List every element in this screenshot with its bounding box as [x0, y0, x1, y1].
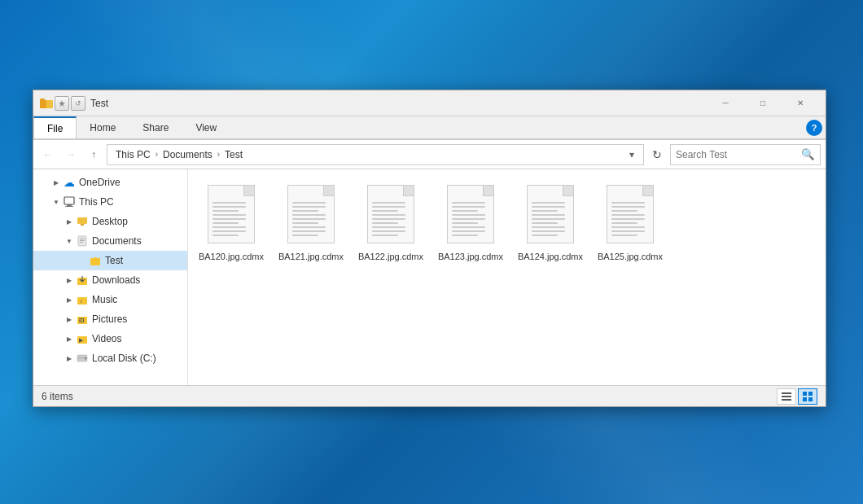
file-name: BA123.jpg.cdmx	[438, 251, 503, 262]
up-button[interactable]: ↑	[84, 145, 103, 164]
expand-arrow-videos	[63, 332, 76, 345]
svg-rect-27	[803, 392, 807, 396]
svg-marker-3	[59, 100, 65, 107]
videos-icon: ▶	[76, 332, 89, 345]
pictures-icon: 🖼	[76, 313, 89, 326]
document-icon	[208, 185, 255, 243]
sidebar-label-this-pc: This PC	[79, 196, 114, 208]
svg-rect-26	[782, 399, 791, 401]
back-button[interactable]: ←	[38, 145, 58, 164]
svg-rect-28	[808, 392, 813, 396]
close-button[interactable]: ✕	[782, 90, 819, 116]
svg-rect-29	[803, 397, 807, 401]
sidebar-label-onedrive: OneDrive	[79, 177, 120, 188]
downloads-icon	[76, 274, 89, 287]
file-name: BA120.jpg.cdmx	[199, 251, 264, 262]
sidebar-item-pictures[interactable]: 🖼 Pictures	[33, 309, 187, 329]
window-controls: ─ □ ✕	[707, 90, 819, 116]
address-path[interactable]: This PC › Documents › Test ▾	[107, 144, 644, 165]
sidebar-item-downloads[interactable]: Downloads	[33, 270, 187, 290]
test-folder-icon	[89, 254, 102, 267]
tab-home[interactable]: Home	[77, 116, 129, 138]
svg-rect-25	[782, 396, 791, 397]
svg-rect-30	[808, 397, 813, 401]
search-box[interactable]: 🔍	[670, 144, 821, 165]
undo-btn[interactable]: ↺	[71, 96, 85, 111]
svg-rect-8	[81, 224, 84, 226]
search-input[interactable]	[676, 149, 798, 160]
file-item[interactable]: BA120.jpg.cdmx	[195, 176, 268, 265]
svg-rect-10	[80, 239, 85, 239]
forward-button[interactable]: →	[61, 145, 81, 164]
computer-icon	[63, 195, 76, 208]
details-view-button[interactable]	[777, 388, 796, 405]
icon-view-button[interactable]	[798, 388, 817, 405]
expand-arrow-downloads	[63, 274, 76, 287]
document-icon	[287, 185, 335, 243]
file-explorer-window: ↺ Test ─ □ ✕ File Home Share View ?	[33, 90, 826, 407]
documents-icon	[76, 234, 89, 248]
file-icon-container	[522, 179, 579, 248]
document-icon	[527, 185, 574, 243]
minimize-button[interactable]: ─	[707, 90, 744, 116]
sidebar-item-test[interactable]: Test	[33, 251, 187, 270]
document-icon	[607, 185, 654, 243]
tab-view[interactable]: View	[182, 116, 230, 138]
tab-share[interactable]: Share	[129, 116, 182, 138]
pin-to-quick-access-btn[interactable]	[55, 96, 69, 111]
path-this-pc[interactable]: This PC	[112, 147, 154, 162]
file-name: BA121.jpg.cdmx	[278, 251, 344, 262]
document-icon	[447, 185, 494, 243]
sidebar-item-music[interactable]: ♪ Music	[33, 290, 187, 309]
sidebar-item-local-disk[interactable]: Local Disk (C:)	[33, 348, 187, 368]
item-count: 6 items	[42, 391, 777, 402]
file-icon-container	[362, 179, 419, 248]
expand-arrow-desktop	[63, 215, 76, 228]
svg-rect-12	[80, 242, 83, 243]
file-icon-container	[602, 179, 659, 248]
expand-arrow-local-disk	[63, 352, 76, 365]
svg-rect-24	[782, 392, 791, 394]
file-item[interactable]: BA122.jpg.cdmx	[354, 176, 427, 265]
tab-file[interactable]: File	[33, 116, 77, 138]
view-toggle	[777, 388, 817, 405]
expand-arrow-music	[63, 293, 76, 306]
sidebar: ☁ OneDrive This PC Desktop	[33, 169, 188, 385]
sidebar-label-documents: Documents	[92, 235, 142, 247]
svg-rect-23	[78, 357, 83, 358]
svg-rect-6	[65, 206, 73, 207]
file-item[interactable]: BA121.jpg.cdmx	[274, 176, 348, 265]
help-button[interactable]: ?	[806, 120, 822, 136]
path-test[interactable]: Test	[221, 147, 246, 162]
folder-icon	[40, 97, 53, 110]
svg-rect-2	[40, 99, 45, 102]
sidebar-item-documents[interactable]: Documents	[33, 231, 187, 251]
file-item[interactable]: BA123.jpg.cdmx	[434, 176, 507, 265]
desktop-icon	[76, 215, 89, 228]
title-bar-quick-access: ↺	[40, 96, 85, 111]
file-icon-container	[442, 179, 499, 248]
expand-arrow-onedrive	[50, 176, 63, 189]
sidebar-label-downloads: Downloads	[92, 274, 140, 286]
sidebar-item-desktop[interactable]: Desktop	[33, 212, 187, 231]
file-name: BA125.jpg.cdmx	[598, 251, 663, 262]
svg-rect-13	[90, 258, 100, 265]
path-documents[interactable]: Documents	[160, 147, 216, 162]
sidebar-item-onedrive[interactable]: ☁ OneDrive	[33, 173, 187, 192]
refresh-button[interactable]: ↻	[647, 145, 667, 164]
file-item[interactable]: BA124.jpg.cdmx	[514, 176, 587, 265]
expand-arrow-this-pc	[50, 195, 63, 208]
path-dropdown-btn[interactable]: ▾	[625, 148, 638, 161]
sidebar-label-desktop: Desktop	[92, 216, 128, 227]
ribbon-tab-bar: File Home Share View ?	[33, 116, 826, 139]
sidebar-item-this-pc[interactable]: This PC	[33, 192, 187, 212]
file-icon-container	[283, 179, 340, 248]
search-button[interactable]: 🔍	[801, 147, 815, 162]
main-area: ☁ OneDrive This PC Desktop	[33, 169, 826, 385]
maximize-button[interactable]: □	[744, 90, 782, 116]
title-bar: ↺ Test ─ □ ✕	[33, 90, 826, 116]
sidebar-label-test: Test	[105, 255, 123, 266]
file-item[interactable]: BA125.jpg.cdmx	[594, 176, 667, 265]
sidebar-label-local-disk: Local Disk (C:)	[92, 353, 156, 364]
sidebar-item-videos[interactable]: ▶ Videos	[33, 329, 187, 348]
